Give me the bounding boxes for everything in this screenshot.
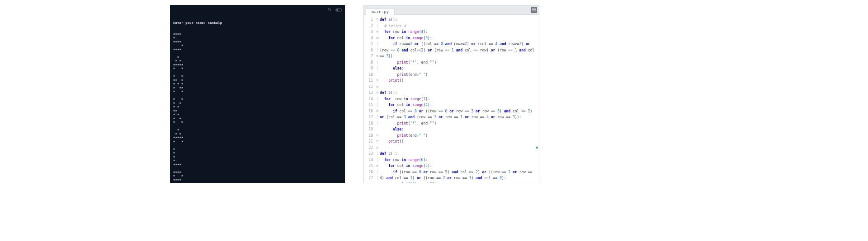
fold-marker[interactable]: │ (375, 114, 380, 120)
fold-marker[interactable]: ⊟ (375, 108, 380, 115)
terminal-output-line: * (173, 152, 342, 156)
code-line[interactable]: for col in range(5): (380, 163, 537, 169)
code-line[interactable]: for col in range(5): (380, 35, 537, 42)
terminal-pane: Enter your name: sankalp ********* *****… (170, 5, 345, 183)
fold-marker[interactable]: ⊟ (375, 84, 380, 90)
line-number: 23 (364, 151, 375, 157)
fold-marker[interactable]: ⊟ (375, 78, 380, 84)
fold-marker[interactable]: │ (375, 60, 380, 66)
code-line[interactable]: def b(): (380, 90, 537, 96)
terminal-prompt-input-line: Enter your name: sankalp (173, 21, 342, 25)
fold-marker[interactable]: │ (375, 47, 380, 54)
code-line[interactable]: print('*', end="") (380, 181, 537, 183)
line-number: 10 (364, 72, 375, 78)
code-line[interactable]: # Letter A (380, 23, 537, 29)
code-line[interactable]: def a(): (380, 17, 537, 23)
options-icon[interactable] (531, 7, 537, 13)
line-number: 2 (364, 23, 375, 29)
terminal-output-line: **** (173, 171, 342, 175)
fold-marker[interactable] (375, 72, 380, 78)
fold-marker[interactable]: │ (375, 157, 380, 163)
terminal-body[interactable]: Enter your name: sankalp ********* *****… (170, 13, 344, 183)
code-line[interactable]: for row in range(6): (380, 157, 537, 163)
line-number: 25 (364, 163, 375, 169)
code-area[interactable]: 1234567891011121314151617181920212223242… (364, 15, 539, 183)
fold-marker[interactable]: ⊟ (375, 53, 380, 60)
fold-marker[interactable]: │ (375, 23, 380, 29)
code-line[interactable]: print('*', end="") (380, 120, 537, 127)
terminal-output-line: * * (173, 113, 342, 117)
code-line[interactable]: print('*', end="") (380, 60, 537, 66)
terminal-output-line: * * (173, 133, 342, 137)
line-number: 1 (364, 17, 375, 23)
line-number: 22 (364, 145, 375, 151)
scroll-marker (536, 147, 538, 148)
fold-marker[interactable]: │ (375, 96, 380, 102)
line-number: 7 (364, 53, 375, 60)
code-line[interactable]: print() (380, 139, 537, 145)
terminal-output-line: **** (173, 41, 342, 45)
terminal-output-line (173, 125, 342, 129)
terminal-output-line: * * (173, 117, 342, 121)
fold-marker[interactable]: ⊟ (375, 90, 380, 96)
terminal-output-line: * * (173, 121, 342, 125)
code-line[interactable]: if row==2 or ((col == 0 and row>=2) or (… (380, 41, 537, 60)
code-line[interactable]: print(end=" ") (380, 133, 537, 139)
terminal-output-line: * (173, 37, 342, 41)
terminal-output-line: * (173, 129, 342, 133)
fold-marker[interactable]: │ (375, 120, 380, 127)
fold-marker[interactable]: │ (375, 169, 380, 176)
code-line[interactable]: for row in range(4): (380, 29, 537, 35)
terminal-output-line: ***** (173, 136, 342, 140)
terminal-output-line (173, 52, 342, 56)
fold-marker[interactable]: ⊟ (375, 139, 380, 145)
line-number: 17 (364, 114, 375, 120)
fold-marker[interactable]: ⊟ (375, 35, 380, 42)
terminal-input-value: sankalp (208, 21, 222, 25)
code-line[interactable]: else: (380, 65, 537, 72)
terminal-output-line: * * (173, 102, 342, 106)
code-line[interactable]: else: (380, 126, 537, 133)
fold-marker[interactable]: ⊟ (375, 29, 380, 35)
fold-marker[interactable]: │ (375, 102, 380, 108)
fold-marker[interactable]: │ (375, 65, 380, 72)
fold-marker[interactable]: ⊟ (375, 145, 380, 151)
fold-marker[interactable]: │ (375, 41, 380, 47)
code-line[interactable] (380, 84, 537, 90)
fold-marker[interactable]: │ (375, 151, 380, 157)
terminal-output-line: * (173, 182, 342, 183)
code-line[interactable]: print(end=" ") (380, 72, 537, 78)
line-number: 16 (364, 108, 375, 115)
search-icon[interactable] (327, 5, 332, 14)
fold-marker[interactable]: ⊟ (375, 17, 380, 23)
terminal-output-line: * * (173, 140, 342, 144)
toggle-icon[interactable] (335, 5, 342, 14)
terminal-titlebar (170, 5, 344, 13)
fold-marker[interactable]: ⊟ (375, 163, 380, 169)
code-line[interactable]: def c(): (380, 151, 537, 157)
code-content[interactable]: def a(): # Letter A for row in range(4):… (380, 15, 539, 183)
terminal-output-line: **** (173, 48, 342, 52)
fold-marker[interactable] (375, 126, 380, 133)
terminal-output-line: * (173, 44, 342, 48)
code-line[interactable]: if ((row == 0 or row == 5) and col >= 2)… (380, 169, 537, 181)
terminal-output-line (173, 94, 342, 98)
terminal-output-line: **** (173, 33, 342, 37)
line-number: 12 (364, 84, 375, 90)
terminal-output: ********* ***** * * ******* * * *** ** *… (173, 33, 342, 184)
line-number: 9 (364, 65, 375, 72)
code-line[interactable] (380, 145, 537, 151)
editor-tabbar: main.py (364, 5, 539, 15)
line-number: 13 (364, 90, 375, 96)
tab-main-py[interactable]: main.py (366, 8, 395, 15)
code-line[interactable]: for row in range(7): (380, 96, 537, 102)
code-line[interactable]: for col in range(4): (380, 102, 537, 108)
terminal-output-line: **** (173, 163, 342, 167)
code-line[interactable]: if col == 0 or ((row == 0 or row == 3 or… (380, 108, 537, 120)
terminal-output-line: * (173, 156, 342, 160)
terminal-prompt-label: Enter your name: (173, 21, 206, 25)
code-line[interactable]: print() (380, 78, 537, 84)
fold-column[interactable]: ⊟│⊟⊟││⊟││⊟⊟⊟││⊟││⊟⊟⊟││⊟││ (375, 15, 380, 183)
fold-marker[interactable]: │ (375, 175, 380, 181)
fold-marker[interactable]: ⊟ (375, 133, 380, 139)
